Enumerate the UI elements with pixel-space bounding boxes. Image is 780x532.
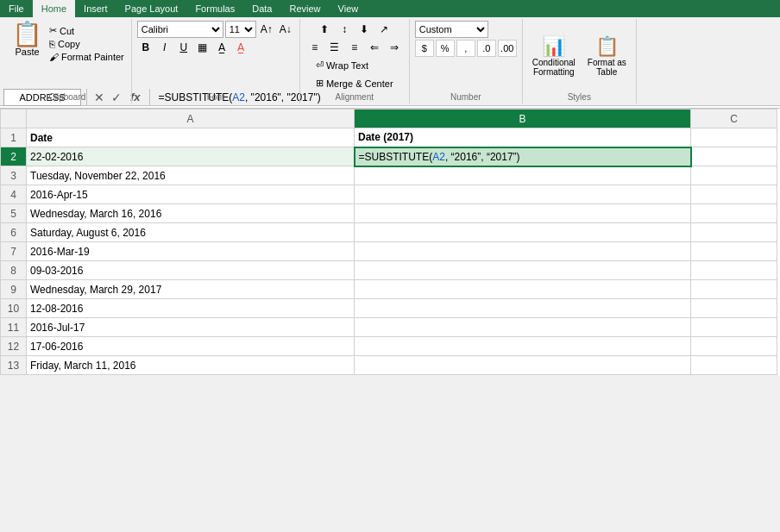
increase-decimal-button[interactable]: .00 [498, 40, 517, 57]
cell-b2[interactable]: =SUBSTITUTE(A2, “2016”, “2017”) [355, 147, 691, 166]
merge-center-button[interactable]: ⊞ Merge & Center [311, 75, 398, 91]
cell-c12[interactable] [691, 337, 777, 356]
row-number-6[interactable]: 6 [1, 223, 27, 242]
col-header-b[interactable]: B [355, 110, 691, 128]
row-number-8[interactable]: 8 [1, 261, 27, 280]
cell-a3[interactable]: Tuesday, November 22, 2016 [27, 166, 355, 185]
decrease-decimal-button[interactable]: .0 [477, 40, 496, 57]
tab-review[interactable]: Review [280, 0, 329, 17]
copy-button[interactable]: ⎘ Copy [47, 38, 126, 50]
tab-formulas[interactable]: Formulas [186, 0, 243, 17]
cell-b4[interactable] [355, 185, 691, 204]
cell-c9[interactable] [691, 280, 777, 299]
tab-home[interactable]: Home [33, 0, 75, 17]
cell-c3[interactable] [691, 166, 777, 185]
ribbon: File Home Insert Page Layout Formulas Da… [0, 0, 780, 86]
font-style-row: B I U ▦ A̲ A̲ [137, 39, 249, 56]
cell-c13[interactable] [691, 356, 777, 375]
row-number-3[interactable]: 3 [1, 166, 27, 185]
font-color-button[interactable]: A̲ [232, 39, 249, 56]
cell-a1[interactable]: Date [27, 128, 355, 147]
cell-a4[interactable]: 2016-Apr-15 [27, 185, 355, 204]
cell-c7[interactable] [691, 242, 777, 261]
cell-b3[interactable] [355, 166, 691, 185]
increase-font-button[interactable]: A↑ [258, 21, 275, 38]
font-name-select[interactable]: Calibri [137, 21, 223, 38]
paste-button[interactable]: 📋 Paste [9, 21, 46, 59]
cell-a9[interactable]: Wednesday, March 29, 2017 [27, 280, 355, 299]
tab-page-layout[interactable]: Page Layout [116, 0, 187, 17]
text-angle-button[interactable]: ↗ [374, 21, 393, 38]
align-right-button[interactable]: ≡ [345, 39, 364, 56]
underline-button[interactable]: U [175, 39, 192, 56]
row-number-13[interactable]: 13 [1, 356, 27, 375]
cell-b5[interactable] [355, 204, 691, 223]
col-header-c[interactable]: C [691, 110, 777, 128]
cell-a5[interactable]: Wednesday, March 16, 2016 [27, 204, 355, 223]
fill-color-button[interactable]: A̲ [213, 39, 230, 56]
increase-indent-button[interactable]: ⇒ [385, 39, 404, 56]
row-number-2[interactable]: 2 [1, 147, 27, 166]
cell-a10[interactable]: 12-08-2016 [27, 299, 355, 318]
cell-b6[interactable] [355, 223, 691, 242]
align-middle-button[interactable]: ↕ [335, 21, 354, 38]
row-number-12[interactable]: 12 [1, 337, 27, 356]
align-left-button[interactable]: ≡ [305, 39, 324, 56]
row-number-7[interactable]: 7 [1, 242, 27, 261]
cell-c6[interactable] [691, 223, 777, 242]
cell-a7[interactable]: 2016-Mar-19 [27, 242, 355, 261]
cell-b9[interactable] [355, 280, 691, 299]
percent-button[interactable]: % [436, 40, 455, 57]
align-center-button[interactable]: ☰ [325, 39, 344, 56]
conditional-formatting-button[interactable]: 📊 ConditionalFormatting [528, 33, 580, 79]
cell-c5[interactable] [691, 204, 777, 223]
cell-a11[interactable]: 2016-Jul-17 [27, 318, 355, 337]
border-button[interactable]: ▦ [194, 39, 211, 56]
row-number-10[interactable]: 10 [1, 299, 27, 318]
col-header-a[interactable]: A [27, 110, 355, 128]
decrease-font-button[interactable]: A↓ [277, 21, 294, 38]
cell-a6[interactable]: Saturday, August 6, 2016 [27, 223, 355, 242]
cell-b12[interactable] [355, 337, 691, 356]
cell-b13[interactable] [355, 356, 691, 375]
row-number-1[interactable]: 1 [1, 128, 27, 147]
cell-c2[interactable] [691, 147, 777, 166]
comma-button[interactable]: , [456, 40, 475, 57]
font-size-select[interactable]: 11 [225, 21, 256, 38]
cell-b1[interactable]: Date (2017) [355, 128, 691, 147]
cell-c8[interactable] [691, 261, 777, 280]
row-number-5[interactable]: 5 [1, 204, 27, 223]
decrease-indent-button[interactable]: ⇐ [365, 39, 384, 56]
cell-c1[interactable] [691, 128, 777, 147]
cell-c4[interactable] [691, 185, 777, 204]
row-number-11[interactable]: 11 [1, 318, 27, 337]
align-bottom-button[interactable]: ⬇ [355, 21, 374, 38]
cell-b7[interactable] [355, 242, 691, 261]
cell-c10[interactable] [691, 299, 777, 318]
italic-button[interactable]: I [156, 39, 173, 56]
tab-insert[interactable]: Insert [75, 0, 116, 17]
row-number-4[interactable]: 4 [1, 185, 27, 204]
cell-b10[interactable] [355, 299, 691, 318]
cell-c11[interactable] [691, 318, 777, 337]
format-painter-button[interactable]: 🖌 Format Painter [47, 51, 126, 63]
row-number-9[interactable]: 9 [1, 280, 27, 299]
bold-button[interactable]: B [137, 39, 154, 56]
cell-b11[interactable] [355, 318, 691, 337]
cell-a12[interactable]: 17-06-2016 [27, 337, 355, 356]
cell-a13[interactable]: Friday, March 11, 2016 [27, 356, 355, 375]
tab-data[interactable]: Data [243, 0, 280, 17]
number-format-select[interactable]: Custom General Number Currency Short Dat… [415, 21, 488, 38]
cell-a2[interactable]: 22-02-2016 [27, 147, 355, 166]
tab-file[interactable]: File [0, 0, 33, 17]
cut-button[interactable]: ✂ Cut [47, 24, 126, 37]
number-group: Custom General Number Currency Short Dat… [410, 19, 523, 103]
format-as-table-button[interactable]: 📋 Format asTable [583, 33, 631, 79]
currency-button[interactable]: $ [415, 40, 434, 57]
wrap-text-button[interactable]: ⏎ Wrap Text [311, 57, 398, 73]
align-top-button[interactable]: ⬆ [315, 21, 334, 38]
corner-header[interactable] [1, 110, 27, 128]
cell-a8[interactable]: 09-03-2016 [27, 261, 355, 280]
tab-view[interactable]: View [330, 0, 368, 17]
cell-b8[interactable] [355, 261, 691, 280]
